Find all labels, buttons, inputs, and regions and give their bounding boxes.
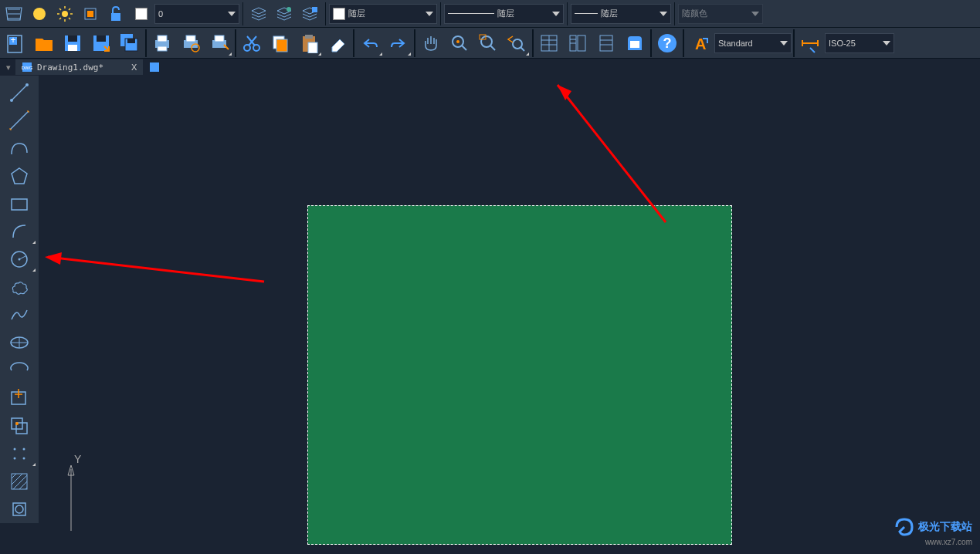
make-block-tool[interactable] bbox=[2, 412, 37, 440]
watermark: 极光下载站 www.xz7.com bbox=[894, 516, 972, 546]
zoom-realtime-button[interactable] bbox=[446, 29, 473, 57]
redo-button[interactable] bbox=[385, 29, 412, 57]
ellipse-arc-tool[interactable] bbox=[2, 356, 37, 384]
insert-block-tool[interactable] bbox=[2, 384, 37, 412]
svg-text:+: + bbox=[10, 35, 15, 46]
unlock-icon[interactable] bbox=[103, 2, 128, 26]
polyline-tool[interactable] bbox=[2, 134, 37, 162]
svg-rect-25 bbox=[127, 39, 135, 43]
print-preview-button[interactable] bbox=[177, 29, 205, 57]
layer-freeze-icon[interactable] bbox=[2, 2, 26, 26]
point-tool[interactable] bbox=[2, 440, 37, 468]
svg-point-13 bbox=[287, 7, 291, 12]
svg-line-94 bbox=[13, 475, 27, 489]
layer-dropdown[interactable]: 0 bbox=[154, 4, 239, 24]
open-file-button[interactable] bbox=[30, 29, 58, 57]
layer-stack-3-icon[interactable] bbox=[297, 2, 322, 26]
spline-tool[interactable] bbox=[2, 301, 37, 329]
color-dropdown[interactable]: 随层 bbox=[329, 4, 437, 24]
line-tool[interactable] bbox=[2, 79, 37, 106]
text-style-button[interactable]: A bbox=[686, 29, 714, 57]
pan-button[interactable] bbox=[417, 29, 445, 57]
linetype-dropdown[interactable]: 随层 bbox=[444, 4, 564, 24]
undo-button[interactable] bbox=[356, 29, 384, 57]
help-button[interactable]: ? bbox=[653, 29, 681, 57]
svg-rect-71 bbox=[150, 62, 159, 72]
svg-point-0 bbox=[33, 8, 46, 20]
layer-stack-2-icon[interactable] bbox=[272, 2, 297, 26]
svg-point-1 bbox=[62, 11, 68, 17]
plotstyle-label: 随颜色 bbox=[682, 8, 707, 19]
lineweight-label: 随层 bbox=[601, 8, 618, 19]
circle-tool[interactable] bbox=[2, 245, 37, 273]
tab-close-button[interactable]: X bbox=[131, 62, 137, 72]
cut-button[interactable] bbox=[238, 29, 266, 57]
svg-point-89 bbox=[14, 458, 16, 460]
zoom-previous-button[interactable] bbox=[503, 29, 531, 57]
svg-point-45 bbox=[456, 40, 459, 43]
lineweight-dropdown[interactable]: 随层 bbox=[571, 4, 671, 24]
eraser-button[interactable] bbox=[324, 29, 351, 57]
document-tab[interactable]: DWG Drawing1.dwg* X bbox=[15, 59, 143, 75]
new-tab-button[interactable] bbox=[148, 60, 161, 74]
new-file-button[interactable]: + bbox=[2, 29, 29, 57]
layer-select-icon[interactable] bbox=[78, 2, 103, 26]
svg-line-75 bbox=[10, 111, 29, 130]
svg-rect-15 bbox=[8, 35, 22, 52]
tool-palette-button[interactable] bbox=[592, 29, 620, 57]
region-tool[interactable] bbox=[2, 495, 37, 523]
properties-button[interactable] bbox=[535, 29, 563, 57]
tab-menu-icon[interactable]: ▾ bbox=[6, 62, 11, 73]
plotstyle-dropdown[interactable]: 随颜色 bbox=[678, 4, 763, 24]
line-sample-icon bbox=[448, 13, 494, 14]
save-button[interactable] bbox=[59, 29, 86, 57]
dim-style-button[interactable] bbox=[796, 29, 824, 57]
svg-rect-29 bbox=[184, 40, 198, 48]
dim-style-dropdown[interactable]: ISO-25 bbox=[825, 33, 894, 53]
layer-color-swatch[interactable] bbox=[129, 2, 154, 26]
text-style-label: Standard bbox=[718, 39, 753, 48]
separator bbox=[532, 29, 534, 57]
drawing-canvas[interactable]: Y bbox=[40, 76, 980, 554]
chevron-down-icon bbox=[780, 41, 788, 46]
selected-rectangle[interactable] bbox=[307, 205, 732, 545]
svg-rect-14 bbox=[312, 7, 317, 12]
draw-toolbar bbox=[0, 76, 39, 523]
svg-marker-104 bbox=[68, 465, 74, 475]
annotation-arrow-2 bbox=[40, 249, 303, 296]
separator bbox=[674, 2, 675, 25]
separator bbox=[235, 29, 236, 57]
print-button[interactable] bbox=[148, 29, 176, 57]
revcloud-tool[interactable] bbox=[2, 273, 37, 301]
svg-rect-69 bbox=[22, 62, 32, 72]
zoom-window-button[interactable] bbox=[474, 29, 502, 57]
paste-button[interactable] bbox=[295, 29, 323, 57]
polygon-tool[interactable] bbox=[2, 162, 37, 190]
svg-line-92 bbox=[12, 474, 16, 478]
svg-text:?: ? bbox=[663, 35, 672, 51]
hatch-tool[interactable] bbox=[2, 468, 37, 495]
text-style-dropdown[interactable]: Standard bbox=[714, 33, 792, 53]
svg-line-96 bbox=[25, 488, 27, 489]
sheet-set-button[interactable] bbox=[621, 29, 649, 57]
svg-rect-10 bbox=[85, 8, 96, 19]
copy-button[interactable] bbox=[266, 29, 294, 57]
chevron-down-icon bbox=[228, 12, 236, 16]
svg-rect-27 bbox=[158, 35, 167, 42]
design-center-button[interactable] bbox=[564, 29, 592, 57]
save-all-button[interactable] bbox=[116, 29, 144, 57]
sun-icon[interactable] bbox=[53, 2, 77, 26]
layer-stack-1-icon[interactable] bbox=[246, 2, 271, 26]
plot-button[interactable] bbox=[205, 29, 233, 57]
tab-filename: Drawing1.dwg* bbox=[37, 62, 103, 73]
svg-rect-38 bbox=[273, 36, 284, 49]
svg-line-99 bbox=[558, 85, 666, 222]
ellipse-tool[interactable] bbox=[2, 329, 37, 356]
save-as-button[interactable] bbox=[87, 29, 115, 57]
svg-point-43 bbox=[453, 36, 463, 47]
light-bulb-icon[interactable] bbox=[27, 2, 52, 26]
rectangle-tool[interactable] bbox=[2, 190, 37, 218]
svg-rect-55 bbox=[570, 35, 576, 51]
arc-tool[interactable] bbox=[2, 218, 37, 245]
construction-line-tool[interactable] bbox=[2, 106, 37, 134]
